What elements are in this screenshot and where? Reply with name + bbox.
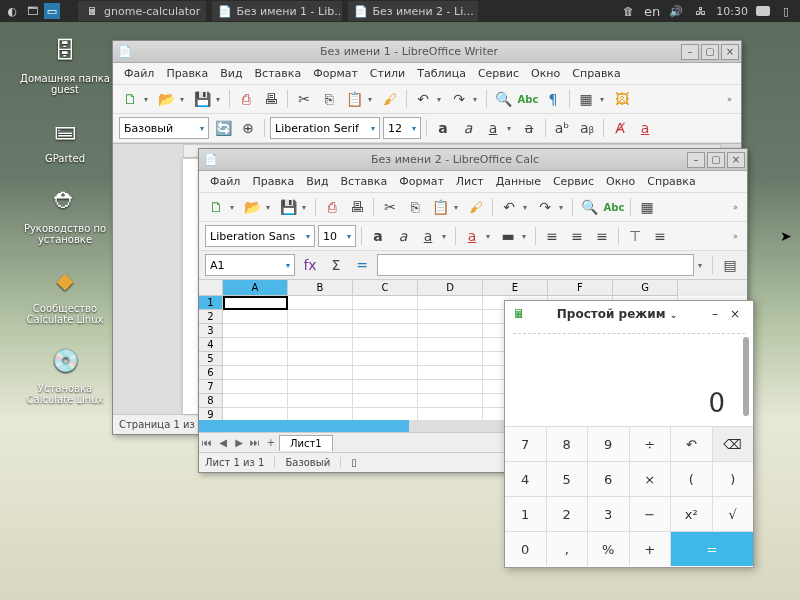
notifications-icon[interactable]: ▯ xyxy=(778,3,794,19)
desktop-guide[interactable]: ⛑Руководство по установке xyxy=(20,180,110,245)
dropdown-icon[interactable]: ▾ xyxy=(507,124,515,133)
row-header[interactable]: 9 xyxy=(199,408,223,420)
col-header[interactable]: D xyxy=(418,280,483,296)
copy-icon[interactable]: ⎘ xyxy=(404,196,426,218)
cell[interactable] xyxy=(288,366,353,380)
key-sqrt[interactable]: √ xyxy=(713,497,754,531)
dropdown-icon[interactable]: ▾ xyxy=(368,95,376,104)
open-icon[interactable]: 📂 xyxy=(155,88,177,110)
valign-top-icon[interactable]: ⊤ xyxy=(624,225,646,247)
menu-insert[interactable]: Вставка xyxy=(336,173,393,190)
key-minus[interactable]: − xyxy=(630,497,671,531)
dropdown-icon[interactable]: ▾ xyxy=(454,203,462,212)
display-scrollbar[interactable] xyxy=(743,337,749,416)
cell[interactable] xyxy=(223,310,288,324)
minimize-button[interactable]: – xyxy=(687,152,705,168)
key-9[interactable]: 9 xyxy=(588,427,629,461)
key-square[interactable]: x² xyxy=(671,497,712,531)
cell[interactable] xyxy=(223,408,288,420)
menu-table[interactable]: Таблица xyxy=(412,65,471,82)
cell[interactable] xyxy=(223,394,288,408)
menu-styles[interactable]: Стили xyxy=(365,65,410,82)
col-header[interactable]: A xyxy=(223,280,288,296)
cell[interactable] xyxy=(288,310,353,324)
menu-edit[interactable]: Правка xyxy=(161,65,213,82)
key-divide[interactable]: ÷ xyxy=(630,427,671,461)
update-style-icon[interactable]: 🔄 xyxy=(212,117,234,139)
calculator-display[interactable]: 0 xyxy=(505,327,753,427)
menu-window[interactable]: Окно xyxy=(601,173,640,190)
find-icon[interactable]: 🔍 xyxy=(578,196,600,218)
key-0[interactable]: 0 xyxy=(505,532,546,566)
strike-icon[interactable]: a xyxy=(518,117,540,139)
cell[interactable] xyxy=(418,380,483,394)
style-combo[interactable]: Базовый▾ xyxy=(119,117,209,139)
task-calculator[interactable]: 🖩gnome-calculator xyxy=(78,1,206,21)
keyboard-lang[interactable]: en xyxy=(644,4,660,19)
key-undo[interactable]: ↶ xyxy=(671,427,712,461)
cell[interactable] xyxy=(288,324,353,338)
function-wizard-icon[interactable]: fx xyxy=(299,254,321,276)
cell[interactable] xyxy=(353,366,418,380)
cell[interactable] xyxy=(288,380,353,394)
cell[interactable] xyxy=(288,352,353,366)
align-left-icon[interactable]: ≡ xyxy=(541,225,563,247)
cell[interactable] xyxy=(353,324,418,338)
valign-mid-icon[interactable]: ≡ xyxy=(649,225,671,247)
toolbar-overflow-icon[interactable]: » xyxy=(727,95,735,104)
formula-input[interactable] xyxy=(377,254,694,276)
new-icon[interactable]: 🗋 xyxy=(119,88,141,110)
key-6[interactable]: 6 xyxy=(588,462,629,496)
underline-icon[interactable]: a xyxy=(417,225,439,247)
task-calc[interactable]: 📄Без имени 2 - Li... xyxy=(348,1,478,21)
new-style-icon[interactable]: ⊕ xyxy=(237,117,259,139)
key-2[interactable]: 2 xyxy=(547,497,588,531)
copy-icon[interactable]: ⎘ xyxy=(318,88,340,110)
redo-icon[interactable]: ↷ xyxy=(534,196,556,218)
save-icon[interactable]: 💾 xyxy=(191,88,213,110)
dropdown-icon[interactable]: ▾ xyxy=(302,203,310,212)
key-7[interactable]: 7 xyxy=(505,427,546,461)
size-combo[interactable]: 10▾ xyxy=(318,225,356,247)
tab-first-icon[interactable]: ⏮ xyxy=(199,437,215,448)
cell[interactable] xyxy=(223,352,288,366)
cell[interactable] xyxy=(223,338,288,352)
menu-file[interactable]: Файл xyxy=(119,65,159,82)
menu-view[interactable]: Вид xyxy=(215,65,247,82)
bold-icon[interactable]: a xyxy=(432,117,454,139)
calculator-titlebar[interactable]: 🖩 Простой режим ⌄ – × xyxy=(505,301,753,327)
italic-icon[interactable]: a xyxy=(457,117,479,139)
image-icon[interactable]: 🖼 xyxy=(611,88,633,110)
key-5[interactable]: 5 xyxy=(547,462,588,496)
maximize-button[interactable]: ▢ xyxy=(707,152,725,168)
cut-icon[interactable]: ✂ xyxy=(379,196,401,218)
menu-window[interactable]: Окно xyxy=(526,65,565,82)
menu-format[interactable]: Формат xyxy=(394,173,449,190)
row-header[interactable]: 1 xyxy=(199,296,223,310)
bold-icon[interactable]: a xyxy=(367,225,389,247)
menu-data[interactable]: Данные xyxy=(491,173,546,190)
volume-icon[interactable]: 🔊 xyxy=(668,3,684,19)
print-icon[interactable]: 🖶 xyxy=(346,196,368,218)
toolbar-overflow-icon[interactable]: » xyxy=(733,203,741,212)
key-percent[interactable]: % xyxy=(588,532,629,566)
cell[interactable] xyxy=(288,408,353,420)
cell[interactable] xyxy=(418,352,483,366)
cell[interactable] xyxy=(353,296,418,310)
cell[interactable] xyxy=(223,366,288,380)
key-4[interactable]: 4 xyxy=(505,462,546,496)
calc-titlebar[interactable]: 📄 Без имени 2 - LibreOffice Calc – ▢ × xyxy=(199,149,747,171)
cell[interactable] xyxy=(223,324,288,338)
font-combo[interactable]: Liberation Serif▾ xyxy=(270,117,380,139)
calculator-mode[interactable]: Простой режим ⌄ xyxy=(529,307,705,321)
new-icon[interactable]: 🗋 xyxy=(205,196,227,218)
find-icon[interactable]: 🔍 xyxy=(492,88,514,110)
menu-tools[interactable]: Сервис xyxy=(473,65,524,82)
tab-next-icon[interactable]: ▶ xyxy=(231,437,247,448)
add-sheet-icon[interactable]: + xyxy=(263,437,279,448)
cell[interactable] xyxy=(353,338,418,352)
font-combo[interactable]: Liberation Sans▾ xyxy=(205,225,315,247)
row-header[interactable]: 3 xyxy=(199,324,223,338)
dropdown-icon[interactable]: ▾ xyxy=(523,203,531,212)
size-combo[interactable]: 12▾ xyxy=(383,117,421,139)
